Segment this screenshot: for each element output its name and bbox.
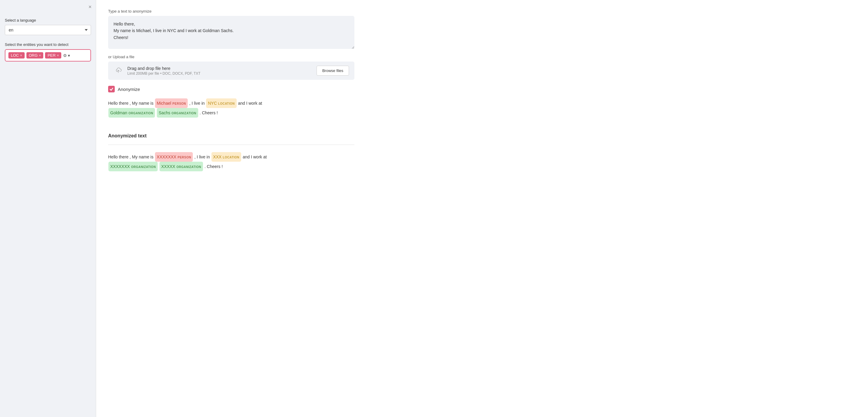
entity-org-remove[interactable]: × <box>39 54 41 57</box>
anon-michael-word: XXXXXXX <box>157 153 176 161</box>
michael-highlight: MichaelPERSON <box>155 98 188 108</box>
anon-michael-highlight: XXXXXXXPERSON <box>155 152 193 162</box>
anon-before1: Hello there , My name is <box>108 154 153 159</box>
entity-org-label: ORG <box>29 53 38 58</box>
orig-mid1: , I live in <box>189 101 205 106</box>
sachs-word: Sachs <box>159 109 170 117</box>
anon-sachs-word: XXXXX <box>161 162 176 171</box>
anon-goldman-highlight: XXXXXXXORGANIZATION <box>108 162 158 171</box>
michael-word: Michael <box>157 99 171 107</box>
upload-info: Drag and drop file here Limit 200MB per … <box>114 66 200 76</box>
entities-section-label: Select the entities you want to detect <box>5 42 91 47</box>
entities-container: LOC × ORG × PER × ⚙ ▾ <box>5 49 91 62</box>
michael-type: PERSON <box>173 101 186 107</box>
anon-nyc-type: LOCATION <box>223 154 239 161</box>
upload-label: or Upload a file <box>108 55 856 59</box>
entity-add-button[interactable]: ⚙ ▾ <box>63 53 70 58</box>
nyc-highlight: NYCLOCATION <box>206 98 236 108</box>
text-input[interactable]: Hello there, My name is Michael, I live … <box>108 16 354 49</box>
anon-mid2: and I work at <box>243 154 267 159</box>
anon-goldman-word: XXXXXXX <box>110 162 130 171</box>
browse-files-button[interactable]: Browse files <box>316 66 349 76</box>
entity-tag-org: ORG × <box>26 52 43 59</box>
goldman-highlight: GoldmanORGANIZATION <box>108 108 155 117</box>
orig-end: . Cheers ! <box>199 110 218 115</box>
upload-limit-text: Limit 200MB per file • DOC, DOCX, PDF, T… <box>127 71 200 76</box>
entity-loc-label: LOC <box>11 53 19 58</box>
anon-sachs-highlight: XXXXXORGANIZATION <box>159 162 203 171</box>
goldman-word: Goldman <box>110 109 127 117</box>
original-result-text: Hello there , My name is MichaelPERSON ,… <box>108 97 354 119</box>
close-button[interactable]: × <box>88 4 92 10</box>
nyc-word: NYC <box>208 99 217 107</box>
entity-tag-loc: LOC × <box>8 52 25 59</box>
nyc-type: LOCATION <box>218 101 235 107</box>
text-input-label: Type a text to anonymize <box>108 9 856 13</box>
upload-drag-text: Drag and drop file here <box>127 66 200 71</box>
anonymized-section: Anonymized text Hello there , My name is… <box>108 133 856 173</box>
sidebar: × Select a language en fr de es Select t… <box>0 0 96 417</box>
entity-per-label: PER <box>48 53 56 58</box>
language-section-label: Select a language <box>5 18 91 23</box>
anon-nyc-highlight: XXXLOCATION <box>212 152 242 162</box>
gear-icon: ⚙ <box>63 53 67 58</box>
anonymized-title: Anonymized text <box>108 133 856 139</box>
upload-zone: Drag and drop file here Limit 200MB per … <box>108 62 354 80</box>
anon-mid1: , I live in <box>194 154 210 159</box>
anonymize-label: Anonymize <box>118 87 140 92</box>
anon-nyc-word: XXX <box>213 153 222 161</box>
anonymized-result-text: Hello there , My name is XXXXXXXPERSON ,… <box>108 151 354 173</box>
sachs-type: ORGANIZATION <box>172 110 196 116</box>
entity-tag-per: PER × <box>45 52 61 59</box>
sachs-highlight: SachsORGANIZATION <box>157 108 198 117</box>
entity-loc-remove[interactable]: × <box>20 54 22 57</box>
main-content: Type a text to anonymize Hello there, My… <box>96 0 868 417</box>
orig-mid2: and I work at <box>238 101 262 106</box>
upload-text-block: Drag and drop file here Limit 200MB per … <box>127 66 200 76</box>
entity-per-remove[interactable]: × <box>57 54 59 57</box>
anonymize-checkbox[interactable] <box>108 86 115 93</box>
goldman-type: ORGANIZATION <box>128 110 153 116</box>
anon-goldman-type: ORGANIZATION <box>131 164 156 170</box>
anon-sachs-type: ORGANIZATION <box>176 164 201 170</box>
entity-add-chevron: ▾ <box>68 53 70 58</box>
anonymize-row: Anonymize <box>108 86 856 93</box>
orig-before1: Hello there , My name is <box>108 101 153 106</box>
upload-cloud-icon <box>114 66 123 76</box>
anon-end: . Cheers ! <box>205 164 223 169</box>
anon-michael-type: PERSON <box>178 154 191 161</box>
divider <box>108 145 354 145</box>
language-select[interactable]: en fr de es <box>5 25 91 35</box>
